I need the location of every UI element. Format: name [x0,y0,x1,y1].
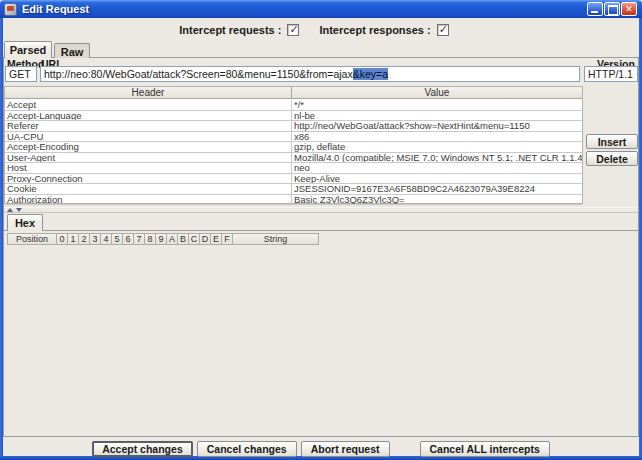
header-cell[interactable]: Cookie [5,184,292,195]
header-cell[interactable]: Proxy-Connection [5,174,292,185]
hex-col[interactable]: A [167,233,178,245]
table-row[interactable]: Referer http://neo/WebGoat/attack?show=N… [5,121,582,132]
split-divider[interactable] [4,207,638,213]
value-cell[interactable]: nl-be [292,111,582,122]
version-field[interactable]: HTTP/1.1 [584,66,638,82]
hex-col[interactable]: F [222,233,233,245]
hex-col[interactable]: 7 [134,233,145,245]
method-field[interactable]: GET [5,66,37,82]
hex-col[interactable]: 3 [90,233,101,245]
table-row[interactable]: UA-CPU x86 [5,132,582,143]
intercept-responses-checkbox[interactable] [437,24,449,36]
title-bar[interactable]: Edit Request [0,0,642,18]
intercept-bar: Intercept requests : Intercept responses… [3,22,639,38]
table-row[interactable]: User-Agent Mozilla/4.0 (compatible; MSIE… [5,153,582,164]
value-cell[interactable]: x86 [292,132,582,143]
table-row[interactable]: Host neo [5,163,582,174]
value-cell[interactable]: neo [292,163,582,174]
hex-col[interactable]: 9 [156,233,167,245]
value-cell[interactable]: Basic Z3Vlc3Q6Z3Vlc3Q= [292,195,582,206]
maximize-button[interactable] [604,2,620,16]
table-row[interactable]: Accept */* [5,100,582,111]
hex-col[interactable]: C [189,233,200,245]
hex-panel-divider-line [4,230,638,231]
value-cell[interactable]: gzip, deflate [292,142,582,153]
collapse-down-icon[interactable] [16,208,22,212]
tab-parsed[interactable]: Parsed [4,41,52,58]
edit-request-window: Edit Request Intercept requests : Interc… [0,0,642,460]
hex-col[interactable]: E [211,233,222,245]
header-cell[interactable]: Host [5,163,292,174]
header-cell[interactable]: Authorization [5,195,292,206]
cancel-changes-button[interactable]: Cancel changes [197,441,297,457]
hex-col[interactable]: D [200,233,211,245]
window-title: Edit Request [22,3,89,15]
intercept-responses-label: Intercept responses : [319,24,430,36]
headers-table-header: Header Value [5,87,582,99]
url-selected-text: &key=a [353,68,388,80]
hex-col[interactable]: 0 [57,233,68,245]
accept-changes-button[interactable]: Accept changes [92,441,193,457]
header-cell[interactable]: User-Agent [5,153,292,164]
value-cell[interactable]: JSESSIONID=9167E3A6F58BD9C2A4623079A39E8… [292,184,582,195]
hex-col[interactable]: 6 [123,233,134,245]
insert-button[interactable]: Insert [586,134,638,149]
minimize-button[interactable] [587,2,603,16]
value-column-title[interactable]: Value [292,87,582,99]
delete-button[interactable]: Delete [586,151,638,166]
intercept-requests-checkbox[interactable] [287,24,299,36]
value-cell[interactable]: http://neo/WebGoat/attack?show=NextHint&… [292,121,582,132]
table-row[interactable]: Accept-Encoding gzip, deflate [5,142,582,153]
hex-table-header: Position 0 1 2 3 4 5 6 7 8 9 A B C D E F… [7,233,319,245]
app-icon [4,3,17,16]
hex-col-string[interactable]: String [233,233,319,245]
table-row[interactable]: Cookie JSESSIONID=9167E3A6F58BD9C2A46230… [5,184,582,195]
value-cell[interactable]: */* [292,100,582,111]
header-column-title[interactable]: Header [5,87,292,99]
hex-col[interactable]: 2 [79,233,90,245]
hex-col[interactable]: 4 [101,233,112,245]
collapse-up-icon[interactable] [7,208,13,212]
table-row[interactable]: Accept-Language nl-be [5,111,582,122]
header-cell[interactable]: Accept [5,100,292,111]
table-row[interactable]: Proxy-Connection Keep-Alive [5,174,582,185]
hex-col[interactable]: 5 [112,233,123,245]
close-button[interactable] [621,2,637,16]
header-cell[interactable]: Referer [5,121,292,132]
url-field[interactable]: http://neo:80/WebGoat/attack?Screen=80&m… [40,66,580,82]
header-cell[interactable]: Accept-Language [5,111,292,122]
value-cell[interactable]: Mozilla/4.0 (compatible; MSIE 7.0; Windo… [292,153,582,164]
headers-table: Header Value Accept */* Accept-Language … [4,86,583,204]
url-text: http://neo:80/WebGoat/attack?Screen=80&m… [44,68,353,80]
intercept-requests-label: Intercept requests : [179,24,281,36]
bottom-button-bar: Accept changes Cancel changes Abort requ… [0,441,642,457]
tab-hex[interactable]: Hex [7,214,43,231]
abort-request-button[interactable]: Abort request [301,441,390,457]
hex-col[interactable]: B [178,233,189,245]
cancel-all-intercepts-button[interactable]: Cancel ALL intercepts [420,441,550,457]
table-row[interactable]: Authorization Basic Z3Vlc3Q6Z3Vlc3Q= [5,195,582,206]
value-cell[interactable]: Keep-Alive [292,174,582,185]
header-cell[interactable]: Accept-Encoding [5,142,292,153]
hex-col-position[interactable]: Position [7,233,57,245]
hex-col[interactable]: 1 [68,233,79,245]
hex-col[interactable]: 8 [145,233,156,245]
header-cell[interactable]: UA-CPU [5,132,292,143]
tab-raw[interactable]: Raw [54,43,90,58]
